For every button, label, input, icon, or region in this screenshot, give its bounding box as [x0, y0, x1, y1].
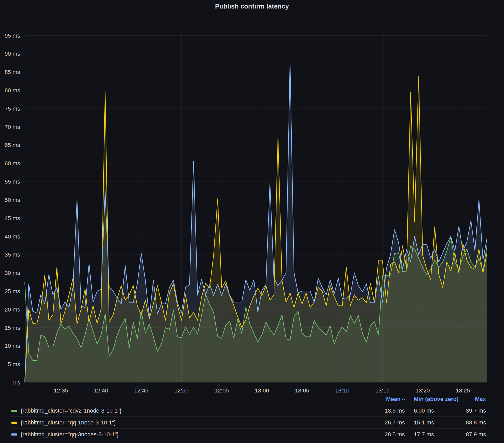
x-axis-tick-label: 12:55	[215, 387, 229, 394]
x-axis-tick-label: 12:35	[54, 387, 68, 394]
x-axis-tick-label: 13:05	[295, 387, 309, 394]
legend-row-1: {rabbitmq_cluster="qq-1node-3-10-1"}26.7…	[11, 417, 486, 429]
y-axis-tick-label: 70 ms	[5, 124, 20, 130]
series-min-1: 15.1 ms	[405, 419, 461, 426]
series-mean-0: 18.5 ms	[371, 407, 405, 414]
time-series-chart[interactable]: 0 s5 ms10 ms15 ms20 ms25 ms30 ms35 ms40 …	[0, 0, 504, 398]
series-max-2: 87.9 ms	[461, 431, 486, 438]
y-axis-tick-label: 0 s	[13, 379, 20, 386]
series-mean-1: 26.7 ms	[371, 419, 405, 426]
legend-row-0: {rabbitmq_cluster="cqv2-1node-3-10-1"}18…	[11, 405, 486, 417]
y-axis-tick-label: 95 ms	[5, 32, 20, 39]
y-axis-tick-label: 85 ms	[5, 69, 20, 75]
legend-sort-mean[interactable]: Mean^	[371, 396, 405, 403]
series-name-2: {rabbitmq_cluster="qq-3nodes-3-10-1"}	[21, 431, 119, 438]
legend-header-row: Mean^Min (above zero)Max	[11, 394, 486, 405]
y-axis-tick-label: 40 ms	[5, 233, 20, 240]
series-color-swatch-2	[11, 433, 17, 436]
y-axis-tick-label: 35 ms	[5, 251, 20, 258]
series-max-1: 83.8 ms	[461, 419, 486, 426]
legend-sort-max[interactable]: Max	[461, 396, 486, 403]
series-color-swatch-1	[11, 422, 17, 424]
x-axis-tick-label: 12:45	[134, 387, 148, 394]
y-axis-tick-label: 45 ms	[5, 215, 20, 222]
x-axis-tick-label: 13:00	[255, 387, 269, 394]
y-axis-tick-label: 30 ms	[5, 270, 20, 276]
x-axis-tick-label: 13:15	[375, 387, 390, 394]
y-axis-tick-label: 55 ms	[5, 178, 20, 185]
y-axis-tick-label: 20 ms	[5, 306, 20, 313]
legend-series-label-2[interactable]: {rabbitmq_cluster="qq-3nodes-3-10-1"}	[11, 431, 371, 438]
y-axis-tick-label: 15 ms	[5, 325, 20, 331]
sort-caret-icon: ^	[402, 397, 405, 402]
grafana-panel: Publish confirm latency 0 s5 ms10 ms15 m…	[0, 0, 504, 443]
legend-table: Mean^Min (above zero)Max{rabbitmq_cluste…	[0, 394, 504, 440]
series-mean-2: 28.5 ms	[371, 431, 405, 438]
x-axis-tick-label: 12:40	[94, 387, 108, 394]
y-axis-tick-label: 75 ms	[5, 105, 20, 112]
y-axis-tick-label: 65 ms	[5, 142, 20, 148]
legend-row-2: {rabbitmq_cluster="qq-3nodes-3-10-1"}28.…	[11, 429, 486, 440]
legend-series-label-0[interactable]: {rabbitmq_cluster="cqv2-1node-3-10-1"}	[11, 407, 371, 414]
x-axis-tick-label: 13:25	[456, 387, 470, 394]
series-color-swatch-0	[11, 410, 17, 412]
x-axis-tick-label: 12:50	[174, 387, 189, 394]
y-axis-tick-label: 10 ms	[5, 343, 20, 349]
series-name-0: {rabbitmq_cluster="cqv2-1node-3-10-1"}	[21, 407, 122, 414]
x-axis-tick-label: 13:20	[416, 387, 430, 394]
series-name-1: {rabbitmq_cluster="qq-1node-3-10-1"}	[21, 419, 116, 426]
y-axis-tick-label: 25 ms	[5, 288, 20, 294]
series-min-2: 17.7 ms	[405, 431, 461, 438]
y-axis-tick-label: 90 ms	[5, 51, 20, 57]
series-min-0: 6.00 ms	[405, 407, 461, 414]
x-axis-tick-label: 13:10	[335, 387, 349, 394]
y-axis-tick-label: 50 ms	[5, 197, 20, 203]
legend-sort-min[interactable]: Min (above zero)	[405, 396, 461, 403]
legend-series-label-1[interactable]: {rabbitmq_cluster="qq-1node-3-10-1"}	[11, 419, 371, 426]
y-axis-tick-label: 80 ms	[5, 87, 20, 94]
y-axis-tick-label: 60 ms	[5, 160, 20, 167]
y-axis-tick-label: 5 ms	[8, 361, 20, 367]
series-max-0: 39.7 ms	[461, 407, 486, 414]
